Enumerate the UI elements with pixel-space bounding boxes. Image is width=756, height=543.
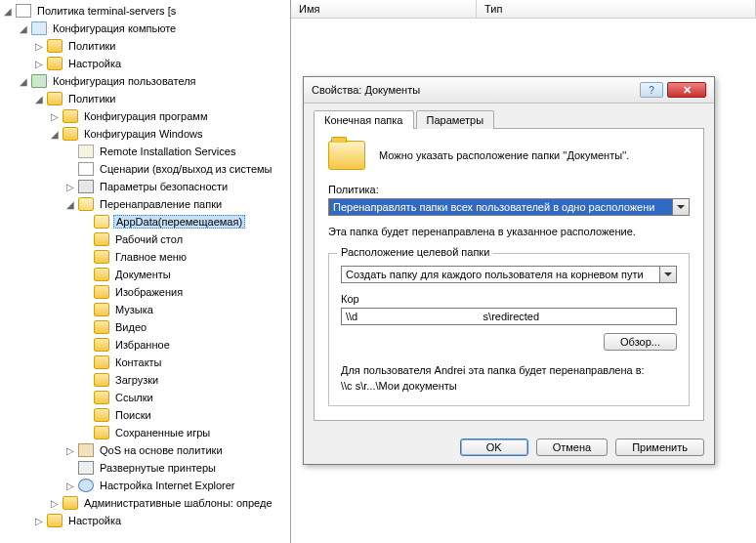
- policy-combo[interactable]: [328, 198, 690, 216]
- tree-computer-config[interactable]: ◢ Конфигурация компьюте: [16, 20, 290, 37]
- expand-icon[interactable]: ▷: [64, 480, 76, 491]
- tree-label: Сценарии (вход/выход из системы: [98, 163, 274, 175]
- collapse-icon[interactable]: ◢: [18, 75, 29, 87]
- tree-desktop[interactable]: Рабочий стол: [78, 230, 290, 248]
- folder-icon: [47, 514, 63, 527]
- security-icon: [78, 180, 94, 193]
- tree-label: Видео: [113, 321, 148, 333]
- folder-icon: [63, 496, 78, 510]
- close-button[interactable]: ✕: [667, 82, 706, 98]
- tree-settings[interactable]: ▷Настройка: [31, 55, 290, 72]
- tree-label: Изображения: [113, 286, 185, 298]
- tree-ie-settings[interactable]: ▷Настройка Internet Explorer: [63, 477, 290, 494]
- tree-root[interactable]: ◢ Политика terminal-servers [s: [0, 2, 290, 20]
- folder-icon: [47, 57, 63, 70]
- expand-icon[interactable]: ▷: [49, 110, 61, 122]
- tree-video[interactable]: Видео: [78, 318, 290, 336]
- folder-icon: [94, 408, 109, 422]
- expand-icon[interactable]: ▷: [64, 181, 76, 192]
- expand-icon[interactable]: ▷: [33, 515, 45, 526]
- folder-icon: [94, 320, 109, 334]
- tree-panel: ◢ Политика terminal-servers [s ◢ Конфигу…: [0, 0, 291, 543]
- tree-policies[interactable]: ◢Политики: [31, 90, 290, 107]
- tree-pictures[interactable]: Изображения: [78, 283, 290, 301]
- tree-documents[interactable]: Документы: [78, 266, 290, 283]
- tree-scripts[interactable]: Сценарии (вход/выход из системы: [63, 160, 290, 178]
- expand-icon[interactable]: ▷: [33, 58, 45, 69]
- policy-combo-input[interactable]: [328, 198, 673, 216]
- tree-label: Конфигурация программ: [82, 110, 209, 122]
- tree-favorites[interactable]: Избранное: [78, 336, 290, 354]
- tree-contacts[interactable]: Контакты: [78, 354, 290, 371]
- folder-icon: [63, 127, 78, 141]
- tree-label: Политика terminal-servers [s: [35, 5, 178, 17]
- tree-label: Настройка: [66, 58, 123, 69]
- folder-icon: [94, 355, 109, 369]
- column-type[interactable]: Тип: [477, 0, 756, 18]
- tree-qos[interactable]: ▷QoS на основе политики: [63, 441, 290, 459]
- folder-icon: [94, 268, 109, 281]
- tree-label: AppData(перемещаемая): [113, 215, 245, 229]
- group-title: Расположение целевой папки: [337, 246, 493, 258]
- tree-music[interactable]: Музыка: [78, 301, 290, 318]
- expand-icon[interactable]: ▷: [33, 40, 45, 52]
- apply-button[interactable]: Применить: [615, 439, 704, 456]
- tree-downloads[interactable]: Загрузки: [78, 371, 290, 389]
- folder-icon: [94, 426, 109, 439]
- tree-security[interactable]: ▷Параметры безопасности: [63, 178, 290, 195]
- redirect-description: Для пользователя Andrei эта папка будет …: [341, 364, 677, 376]
- tree-windows-config[interactable]: ◢Конфигурация Windows: [47, 125, 290, 143]
- service-icon: [78, 145, 94, 158]
- dialog-title: Свойства: Документы: [312, 84, 640, 96]
- browse-button[interactable]: Обзор...: [604, 333, 677, 351]
- folder-icon: [94, 373, 109, 387]
- folder-open-icon: [94, 215, 109, 229]
- tab-content: Можно указать расположение папки ''Докум…: [314, 128, 704, 421]
- tree-folder-redirect[interactable]: ◢Перенаправление папки: [63, 195, 290, 213]
- tree-policies[interactable]: ▷Политики: [31, 37, 290, 55]
- tree-appdata[interactable]: AppData(перемещаемая): [78, 213, 290, 230]
- cancel-button[interactable]: Отмена: [536, 439, 608, 456]
- dialog-titlebar[interactable]: Свойства: Документы ? ✕: [304, 77, 714, 104]
- user-icon: [31, 74, 47, 88]
- tree-user-config[interactable]: ◢ Конфигурация пользователя: [16, 72, 290, 90]
- help-button[interactable]: ?: [640, 82, 663, 98]
- tree-label: Ссылки: [113, 392, 155, 403]
- tree-label: Административные шаблоны: опреде: [82, 497, 274, 509]
- folder-icon: [47, 39, 63, 53]
- tree-searches[interactable]: Поиски: [78, 406, 290, 424]
- tree-savedgames[interactable]: Сохраненные игры: [78, 424, 290, 441]
- expand-icon[interactable]: ▷: [64, 444, 76, 456]
- collapse-icon[interactable]: ◢: [33, 93, 45, 104]
- folder-icon: [63, 109, 78, 123]
- collapse-icon[interactable]: ◢: [49, 128, 61, 140]
- collapse-icon[interactable]: ◢: [18, 22, 29, 34]
- location-combo[interactable]: [341, 266, 677, 283]
- dropdown-icon[interactable]: [673, 198, 690, 216]
- tab-target-folder[interactable]: Конечная папка: [314, 110, 414, 129]
- tree-label: QoS на основе политики: [98, 444, 225, 456]
- folder-icon: [94, 285, 109, 299]
- root-path-input[interactable]: [341, 308, 677, 325]
- collapse-icon[interactable]: ◢: [2, 5, 14, 17]
- tree-printers[interactable]: Развернутые принтеры: [63, 459, 290, 477]
- target-location-group: Расположение целевой папки Кор Обзор... …: [328, 253, 690, 406]
- ok-button[interactable]: OK: [460, 439, 528, 456]
- tree-settings[interactable]: ▷Настройка: [31, 512, 290, 529]
- tree-links[interactable]: Ссылки: [78, 389, 290, 406]
- folder-icon: [94, 232, 109, 246]
- redirect-path: \\c s\r...\Мои документы: [341, 380, 677, 392]
- dropdown-icon[interactable]: [660, 266, 677, 283]
- tree-label: Перенаправление папки: [98, 198, 224, 210]
- column-name[interactable]: Имя: [291, 0, 477, 18]
- tree-label: Развернутые принтеры: [98, 462, 218, 474]
- tab-parameters[interactable]: Параметры: [416, 110, 495, 129]
- collapse-icon[interactable]: ◢: [64, 198, 76, 210]
- ie-icon: [78, 479, 94, 492]
- expand-icon[interactable]: ▷: [49, 497, 61, 509]
- tree-startmenu[interactable]: Главное меню: [78, 248, 290, 266]
- location-combo-input[interactable]: [341, 266, 660, 283]
- tree-admin-templates[interactable]: ▷Административные шаблоны: опреде: [47, 494, 290, 512]
- tree-program-config[interactable]: ▷Конфигурация программ: [47, 107, 290, 125]
- tree-ris[interactable]: Remote Installation Services: [63, 143, 290, 160]
